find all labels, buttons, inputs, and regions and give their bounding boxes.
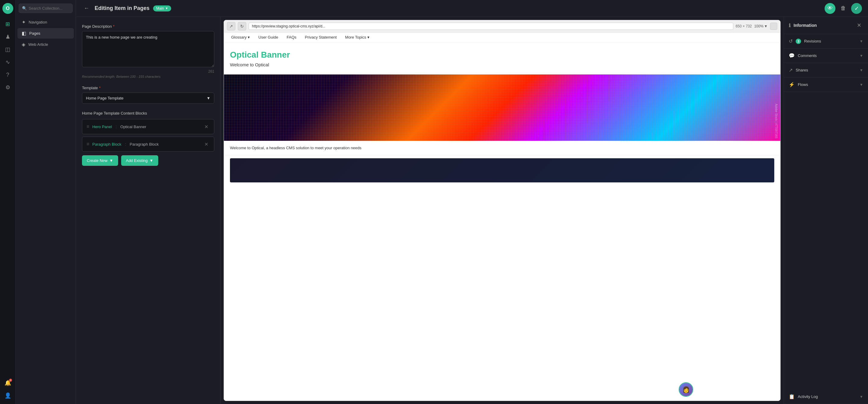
shares-icon: ↗: [789, 67, 793, 73]
branch-label: Main: [156, 6, 164, 10]
drag-handle-paragraph[interactable]: ≡: [87, 142, 89, 147]
activity-log-caret-icon: ▼: [860, 395, 863, 399]
nav-icon-help[interactable]: ?: [2, 69, 13, 80]
search-icon: 🔍: [22, 6, 27, 10]
sidebar-item-label-navigation: Navigation: [29, 20, 47, 24]
search-box[interactable]: 🔍: [19, 4, 73, 13]
activity-log-left: 📋 Activity Log: [789, 394, 818, 400]
topbar-actions: 👁 🗑 ✓: [825, 3, 862, 14]
nav-faqs[interactable]: FAQs: [282, 33, 301, 42]
main-area: ← Editing Item in Pages Main ▼ 👁 🗑 ✓ Pag…: [76, 0, 868, 404]
preview-panel: ↗ ↻ https://preview.staging.optical-cms.…: [221, 17, 784, 404]
browser-chrome: ↗ ↻ https://preview.staging.optical-cms.…: [224, 20, 781, 401]
template-select[interactable]: Home Page Template ▼: [82, 93, 214, 104]
nav-icon-grid[interactable]: ⊞: [2, 19, 13, 30]
right-sidebar-title: Information: [794, 23, 817, 28]
nav-glossary[interactable]: Glossary ▾: [227, 33, 254, 42]
nav-glossary-caret: ▾: [248, 35, 250, 39]
browser-refresh-icon[interactable]: ↻: [238, 22, 246, 30]
drag-handle-hero[interactable]: ≡: [87, 124, 89, 129]
search-input[interactable]: [29, 6, 69, 10]
comments-section: 💬 Comments ▼: [784, 49, 868, 63]
nav-icon-folder[interactable]: ◫: [2, 44, 13, 55]
nav-glossary-label: Glossary: [231, 35, 247, 39]
comments-icon: 💬: [789, 53, 795, 59]
nav-moretopics-label: More Topics: [345, 35, 366, 39]
right-sidebar-close-button[interactable]: ✕: [855, 21, 863, 30]
block-type-paragraph: Paragraph Block: [92, 142, 121, 147]
chat-bubble[interactable]: 👩: [679, 382, 693, 397]
browser-external-icon[interactable]: ↗: [227, 22, 236, 30]
page-title: Editing Item in Pages: [95, 5, 150, 11]
sidebar-item-pages[interactable]: ◧ Pages: [18, 28, 74, 39]
user-profile-icon[interactable]: 👤: [2, 390, 13, 401]
app-logo[interactable]: O: [2, 3, 13, 14]
comments-header[interactable]: 💬 Comments ▼: [784, 49, 868, 63]
shares-left: ↗ Shares: [789, 67, 808, 73]
content-area: Page Description * 261 Recommended lengt…: [76, 17, 868, 404]
block-name-hero: Optical Banner: [120, 125, 146, 129]
back-button[interactable]: ←: [82, 4, 91, 13]
revisions-section: ↺ 3 Revisions ▼: [784, 34, 868, 49]
information-icon: ℹ: [789, 23, 790, 28]
webarticle-icon: ◈: [22, 41, 25, 47]
sidebar-item-webarticle[interactable]: ◈ Web Article: [18, 39, 74, 50]
revisions-badge: 3: [796, 39, 801, 44]
save-button[interactable]: ✓: [851, 3, 862, 14]
zoom-caret-icon: ▼: [764, 24, 768, 28]
create-new-caret-icon: ▼: [110, 158, 113, 163]
shares-section: ↗ Shares ▼: [784, 63, 868, 77]
template-caret-icon: ▼: [207, 96, 210, 100]
remove-block-paragraph[interactable]: ✕: [203, 141, 210, 148]
nav-privacy[interactable]: Privacy Statement: [301, 33, 341, 42]
bell-icon[interactable]: 🔔 1: [2, 377, 13, 388]
description-textarea[interactable]: [82, 31, 214, 67]
topbar: ← Editing Item in Pages Main ▼ 👁 🗑 ✓: [76, 0, 868, 17]
content-block-paragraph: ≡ Paragraph Block : Paragraph Block ✕: [82, 136, 214, 152]
sidebar: 🔍 ✦ Navigation ◧ Pages ◈ Web Article: [16, 0, 76, 404]
create-new-button[interactable]: Create New ▼: [82, 155, 118, 166]
activity-log-header[interactable]: 📋 Activity Log ▼: [784, 390, 868, 404]
description-hint: Recommended length: Between 100 - 155 ch…: [82, 75, 214, 79]
comments-label: Comments: [798, 53, 817, 58]
sidebar-item-navigation[interactable]: ✦ Navigation: [18, 17, 74, 27]
flows-caret-icon: ▼: [860, 83, 863, 87]
browser-content: Optical Banner Welcome to Optical Adobe …: [224, 43, 780, 401]
add-existing-button[interactable]: Add Existing ▼: [121, 155, 158, 166]
flows-header[interactable]: ⚡ Flows ▼: [784, 77, 868, 92]
chat-avatar: 👩: [679, 383, 692, 396]
browser-dimensions: 650 × 732: [736, 24, 752, 28]
revisions-left: ↺ 3 Revisions: [789, 38, 821, 44]
preview-paragraph-text: Welcome to Optical, a headless CMS solut…: [224, 141, 780, 155]
nav-icon-settings[interactable]: ⚙: [2, 82, 13, 93]
activity-log-section: 📋 Activity Log ▼: [784, 390, 868, 404]
shares-label: Shares: [796, 68, 808, 72]
browser-url-bar[interactable]: https://preview.staging.optical-cms.xyz/…: [249, 23, 733, 30]
activity-log-icon: 📋: [789, 394, 795, 400]
browser-device-toggle[interactable]: ⬚: [770, 23, 777, 30]
right-sidebar-header: ℹ Information ✕: [784, 17, 868, 34]
browser-nav: Glossary ▾ User Guide FAQs Privacy State…: [224, 33, 780, 43]
branch-caret-icon: ▼: [165, 7, 168, 10]
blocks-actions: Create New ▼ Add Existing ▼: [82, 155, 214, 166]
nav-icon-chart[interactable]: ∿: [2, 57, 13, 67]
preview-banner-subtitle: Welcome to Optical: [230, 62, 774, 67]
delete-button[interactable]: 🗑: [838, 3, 849, 14]
nav-icon-users[interactable]: ♟: [2, 31, 13, 42]
revisions-header[interactable]: ↺ 3 Revisions ▼: [784, 34, 868, 48]
content-block-hero: ≡ Hero Panel : Optical Banner ✕: [82, 119, 214, 134]
nav-moretopics[interactable]: More Topics ▾: [341, 33, 374, 42]
add-existing-label: Add Existing: [126, 158, 148, 163]
navigation-icon: ✦: [22, 19, 26, 25]
preview-banner-title: Optical Banner: [230, 50, 774, 60]
remove-block-hero[interactable]: ✕: [203, 123, 210, 130]
block-separator-paragraph: :: [125, 142, 126, 147]
preview-button[interactable]: 👁: [825, 3, 835, 14]
shares-header[interactable]: ↗ Shares ▼: [784, 63, 868, 77]
flows-label: Flows: [798, 82, 808, 87]
nav-userguide[interactable]: User Guide: [254, 33, 282, 42]
branch-selector[interactable]: Main ▼: [153, 5, 171, 11]
comments-caret-icon: ▼: [860, 54, 863, 58]
browser-zoom: 100% ▼: [754, 24, 768, 28]
content-blocks-group: Home Page Template Content Blocks ≡ Hero…: [82, 111, 214, 166]
